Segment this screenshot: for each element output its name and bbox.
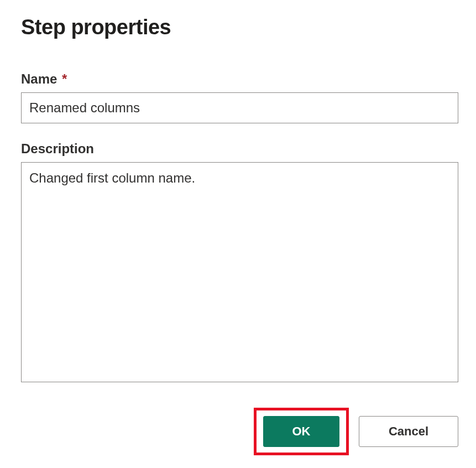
ok-button-highlight: OK [254,408,349,455]
name-field-group: Name * [21,71,458,123]
description-field-group: Description [21,141,458,384]
name-label-text: Name [21,71,57,86]
dialog-button-row: OK Cancel [21,408,458,455]
description-input[interactable] [21,162,458,382]
name-label: Name * [21,71,458,87]
dialog-title: Step properties [21,15,458,39]
required-asterisk-icon: * [62,71,67,86]
name-input[interactable] [21,92,458,123]
description-label: Description [21,141,458,157]
cancel-button[interactable]: Cancel [359,416,458,447]
ok-button[interactable]: OK [263,416,339,447]
